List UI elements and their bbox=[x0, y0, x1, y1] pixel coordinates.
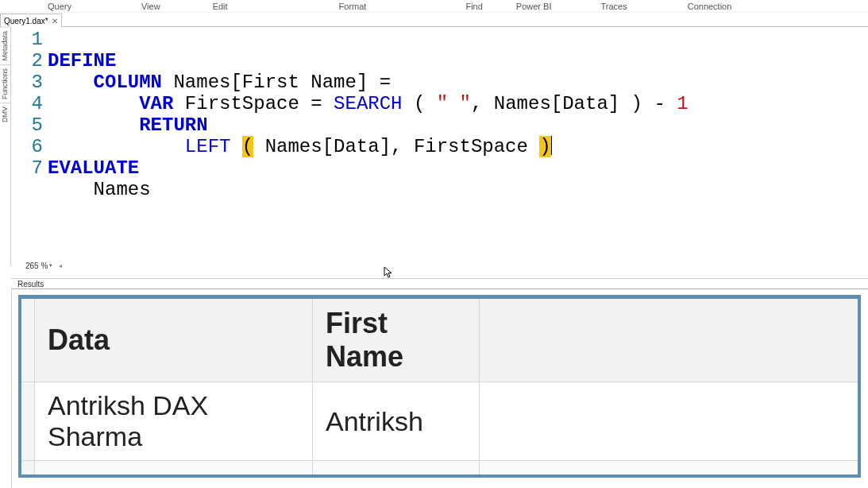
caret-left-icon[interactable]: ◂ bbox=[59, 262, 62, 269]
cell-firstname[interactable]: Antriksh bbox=[313, 382, 480, 461]
cell-firstname[interactable]: Brian bbox=[313, 461, 480, 478]
results-header: Results bbox=[11, 278, 868, 289]
row-header-corner bbox=[21, 299, 35, 382]
bracket-highlight-close: ) bbox=[539, 136, 550, 157]
cell-data[interactable]: Brian R Julius bbox=[35, 461, 313, 478]
kw-return: RETURN bbox=[139, 114, 207, 136]
line-gutter: 1 2 3 4 5 6 7 bbox=[11, 29, 46, 243]
line-number: 7 bbox=[11, 157, 43, 179]
bracket-highlight-open: ( bbox=[242, 136, 253, 157]
tab-label: Query1.dax* bbox=[4, 17, 48, 25]
kw-define: DEFINE bbox=[48, 50, 116, 72]
code-editor[interactable]: 1 2 3 4 5 6 7 DEFINE COLUMN Names[First … bbox=[11, 27, 868, 260]
menu-query[interactable]: Query bbox=[40, 2, 79, 11]
col-header-data[interactable]: Data bbox=[35, 299, 313, 382]
menu-connection[interactable]: Connection bbox=[680, 2, 740, 11]
table-name: Names bbox=[94, 179, 151, 200]
fn-left: LEFT bbox=[185, 136, 231, 157]
row-header[interactable] bbox=[21, 382, 35, 461]
menu-view[interactable]: View bbox=[133, 2, 168, 11]
menu-powerbi[interactable]: Power BI bbox=[508, 2, 560, 11]
var-name: FirstSpace bbox=[185, 93, 299, 114]
results-title: Results bbox=[17, 280, 44, 289]
line-number: 1 bbox=[11, 29, 43, 50]
row-header[interactable] bbox=[21, 461, 35, 478]
zoom-level[interactable]: 265 % bbox=[25, 261, 48, 270]
close-icon[interactable]: ✕ bbox=[52, 17, 58, 25]
code-body[interactable]: DEFINE COLUMN Names[First Name] = VAR Fi… bbox=[46, 29, 689, 243]
line-number: 2 bbox=[11, 50, 43, 72]
results-grid[interactable]: Data First Name Antriksh DAX Sharma Antr… bbox=[18, 295, 861, 478]
line-number: 6 bbox=[11, 136, 43, 157]
zoom-bar: 265 % ▾ ◂ bbox=[11, 260, 62, 271]
chevron-down-icon[interactable]: ▾ bbox=[49, 262, 52, 269]
line-number: 4 bbox=[11, 93, 43, 114]
menu-bar: Query View Edit Format Find Power BI Tra… bbox=[0, 0, 868, 13]
side-tabs: Metadata Functions DMV bbox=[0, 27, 11, 265]
menu-traces[interactable]: Traces bbox=[592, 2, 635, 11]
results-area: Data First Name Antriksh DAX Sharma Antr… bbox=[11, 290, 868, 488]
side-tab-functions[interactable]: Functions bbox=[0, 64, 10, 103]
col-header-firstname[interactable]: First Name bbox=[313, 299, 480, 382]
cell-data[interactable]: Antriksh DAX Sharma bbox=[35, 382, 313, 461]
col-header-empty bbox=[480, 299, 858, 382]
tab-bar: Query1.dax* ✕ bbox=[0, 13, 868, 27]
menu-find[interactable]: Find bbox=[457, 2, 490, 11]
menu-format[interactable]: Format bbox=[331, 2, 375, 11]
tab-query1[interactable]: Query1.dax* ✕ bbox=[0, 14, 62, 27]
line-number: 5 bbox=[11, 114, 43, 136]
text-caret bbox=[551, 136, 552, 155]
fn-search: SEARCH bbox=[334, 93, 402, 114]
kw-var: VAR bbox=[139, 93, 173, 114]
menu-edit[interactable]: Edit bbox=[205, 2, 236, 11]
cell-empty bbox=[480, 461, 858, 478]
kw-evaluate: EVALUATE bbox=[48, 157, 139, 179]
side-tab-dmv[interactable]: DMV bbox=[0, 103, 10, 126]
cell-empty bbox=[480, 382, 858, 461]
kw-column: COLUMN bbox=[94, 72, 162, 93]
column-ref: Names[First Name] bbox=[173, 72, 368, 93]
side-tab-metadata[interactable]: Metadata bbox=[0, 27, 10, 64]
line-number: 3 bbox=[11, 72, 43, 93]
